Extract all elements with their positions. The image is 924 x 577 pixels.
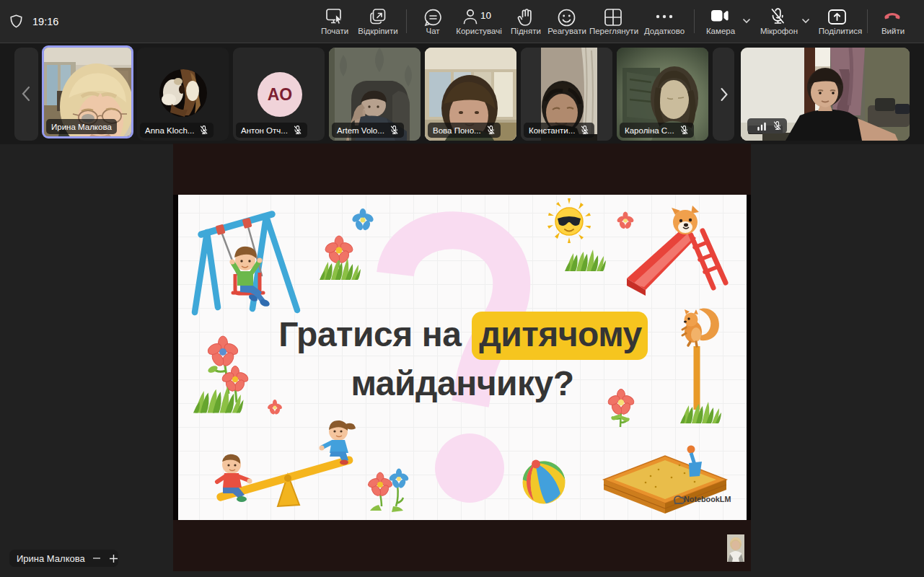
svg-text:AO: AO [268,85,293,104]
svg-text:NotebookLM: NotebookLM [684,495,731,503]
